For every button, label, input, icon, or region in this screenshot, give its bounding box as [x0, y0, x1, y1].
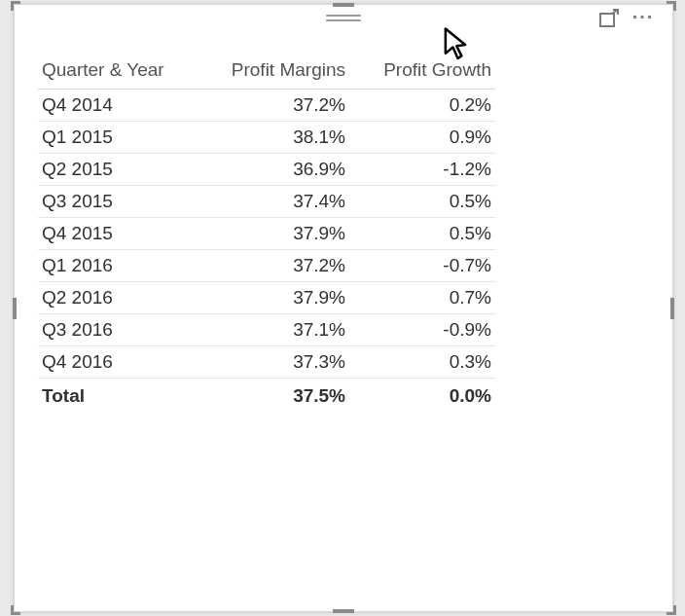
cell-growth: 0.5% — [349, 218, 495, 250]
cell-growth: 0.5% — [349, 186, 495, 218]
table-row[interactable]: Q2 201536.9%-1.2% — [38, 154, 495, 186]
total-margin: 37.5% — [203, 379, 349, 414]
focus-mode-button[interactable] — [598, 9, 620, 30]
table-visual: Quarter & Year Profit Margins Profit Gro… — [15, 32, 672, 413]
col-header-growth[interactable]: Profit Growth — [349, 54, 495, 90]
cell-margin: 37.4% — [203, 186, 349, 218]
more-options-button[interactable]: ··· — [630, 9, 657, 30]
cell-quarter: Q4 2015 — [38, 218, 203, 250]
drag-grip-icon[interactable] — [326, 13, 361, 22]
cell-growth: 0.3% — [349, 346, 495, 379]
table-row[interactable]: Q2 201637.9%0.7% — [38, 282, 495, 314]
cell-growth: 0.2% — [349, 90, 495, 122]
total-label: Total — [38, 379, 203, 414]
table-row[interactable]: Q3 201637.1%-0.9% — [38, 314, 495, 346]
cell-margin: 37.2% — [203, 90, 349, 122]
data-table[interactable]: Quarter & Year Profit Margins Profit Gro… — [38, 54, 495, 413]
resize-handle-bottom-left[interactable] — [11, 598, 28, 615]
cell-margin: 37.9% — [203, 282, 349, 314]
cell-margin: 37.3% — [203, 346, 349, 379]
resize-handle-right[interactable] — [670, 298, 674, 319]
col-header-quarter[interactable]: Quarter & Year — [38, 54, 203, 90]
table-row[interactable]: Q1 201538.1%0.9% — [38, 122, 495, 154]
table-row[interactable]: Q4 201637.3%0.3% — [38, 346, 495, 379]
cell-margin: 36.9% — [203, 154, 349, 186]
visual-header: ··· — [15, 5, 672, 32]
cell-quarter: Q4 2016 — [38, 346, 203, 379]
cell-quarter: Q3 2016 — [38, 314, 203, 346]
resize-handle-bottom-right[interactable] — [659, 598, 676, 615]
svg-rect-0 — [600, 14, 614, 26]
cell-margin: 37.1% — [203, 314, 349, 346]
cell-quarter: Q4 2014 — [38, 90, 203, 122]
cell-quarter: Q1 2016 — [38, 250, 203, 282]
table-row[interactable]: Q3 201537.4%0.5% — [38, 186, 495, 218]
cell-quarter: Q1 2015 — [38, 122, 203, 154]
table-total-row: Total 37.5% 0.0% — [38, 379, 495, 414]
cell-margin: 37.9% — [203, 218, 349, 250]
cell-quarter: Q3 2015 — [38, 186, 203, 218]
visual-frame[interactable]: ··· Quarter & Year Profit Margins Profit… — [14, 4, 673, 612]
table-row[interactable]: Q4 201537.9%0.5% — [38, 218, 495, 250]
resize-handle-left[interactable] — [13, 298, 17, 319]
cell-growth: 0.9% — [349, 122, 495, 154]
col-header-margin[interactable]: Profit Margins — [203, 54, 349, 90]
cell-growth: -0.9% — [349, 314, 495, 346]
cell-growth: -1.2% — [349, 154, 495, 186]
resize-handle-bottom[interactable] — [333, 609, 354, 613]
cell-growth: 0.7% — [349, 282, 495, 314]
table-row[interactable]: Q1 201637.2%-0.7% — [38, 250, 495, 282]
cell-growth: -0.7% — [349, 250, 495, 282]
cell-quarter: Q2 2016 — [38, 282, 203, 314]
table-header-row: Quarter & Year Profit Margins Profit Gro… — [38, 54, 495, 90]
table-row[interactable]: Q4 201437.2%0.2% — [38, 90, 495, 122]
total-growth: 0.0% — [349, 379, 495, 414]
cell-quarter: Q2 2015 — [38, 154, 203, 186]
cell-margin: 37.2% — [203, 250, 349, 282]
cell-margin: 38.1% — [203, 122, 349, 154]
